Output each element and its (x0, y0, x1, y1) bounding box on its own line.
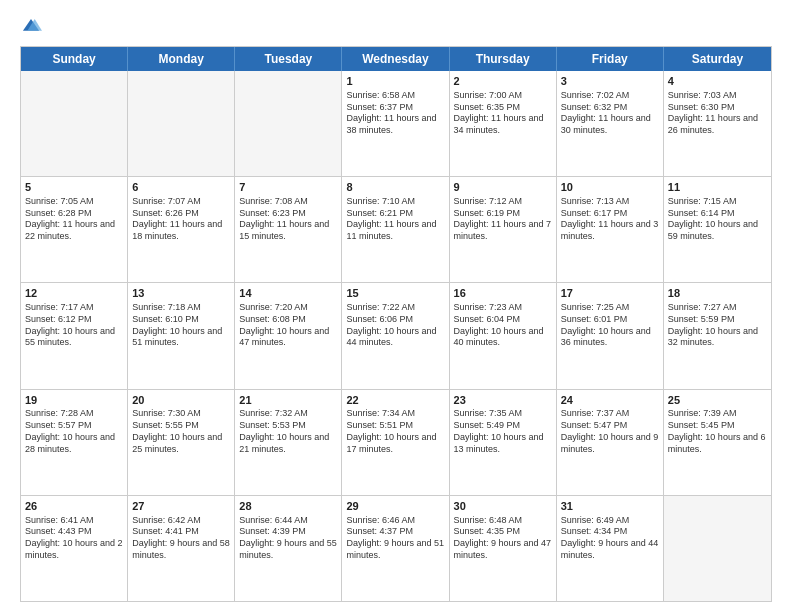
cell-info: Sunrise: 7:28 AM Sunset: 5:57 PM Dayligh… (25, 408, 123, 455)
day-number: 5 (25, 180, 123, 195)
calendar-row-2: 12Sunrise: 7:17 AM Sunset: 6:12 PM Dayli… (21, 282, 771, 388)
calendar-cell: 3Sunrise: 7:02 AM Sunset: 6:32 PM Daylig… (557, 71, 664, 176)
day-header-saturday: Saturday (664, 47, 771, 71)
calendar-cell: 18Sunrise: 7:27 AM Sunset: 5:59 PM Dayli… (664, 283, 771, 388)
calendar-cell (664, 496, 771, 601)
calendar-row-1: 5Sunrise: 7:05 AM Sunset: 6:28 PM Daylig… (21, 176, 771, 282)
calendar-cell: 25Sunrise: 7:39 AM Sunset: 5:45 PM Dayli… (664, 390, 771, 495)
calendar-cell: 5Sunrise: 7:05 AM Sunset: 6:28 PM Daylig… (21, 177, 128, 282)
day-number: 11 (668, 180, 767, 195)
calendar-cell: 23Sunrise: 7:35 AM Sunset: 5:49 PM Dayli… (450, 390, 557, 495)
day-number: 17 (561, 286, 659, 301)
calendar-cell: 8Sunrise: 7:10 AM Sunset: 6:21 PM Daylig… (342, 177, 449, 282)
page: SundayMondayTuesdayWednesdayThursdayFrid… (0, 0, 792, 612)
cell-info: Sunrise: 7:35 AM Sunset: 5:49 PM Dayligh… (454, 408, 552, 455)
day-number: 15 (346, 286, 444, 301)
calendar-cell (21, 71, 128, 176)
day-number: 26 (25, 499, 123, 514)
cell-info: Sunrise: 7:37 AM Sunset: 5:47 PM Dayligh… (561, 408, 659, 455)
cell-info: Sunrise: 7:00 AM Sunset: 6:35 PM Dayligh… (454, 90, 552, 137)
cell-info: Sunrise: 7:23 AM Sunset: 6:04 PM Dayligh… (454, 302, 552, 349)
day-number: 13 (132, 286, 230, 301)
calendar-cell: 19Sunrise: 7:28 AM Sunset: 5:57 PM Dayli… (21, 390, 128, 495)
cell-info: Sunrise: 7:05 AM Sunset: 6:28 PM Dayligh… (25, 196, 123, 243)
day-number: 22 (346, 393, 444, 408)
calendar-cell: 29Sunrise: 6:46 AM Sunset: 4:37 PM Dayli… (342, 496, 449, 601)
day-number: 20 (132, 393, 230, 408)
cell-info: Sunrise: 6:58 AM Sunset: 6:37 PM Dayligh… (346, 90, 444, 137)
cell-info: Sunrise: 6:49 AM Sunset: 4:34 PM Dayligh… (561, 515, 659, 562)
calendar-cell: 21Sunrise: 7:32 AM Sunset: 5:53 PM Dayli… (235, 390, 342, 495)
cell-info: Sunrise: 7:07 AM Sunset: 6:26 PM Dayligh… (132, 196, 230, 243)
day-number: 29 (346, 499, 444, 514)
calendar-cell: 6Sunrise: 7:07 AM Sunset: 6:26 PM Daylig… (128, 177, 235, 282)
calendar-cell: 9Sunrise: 7:12 AM Sunset: 6:19 PM Daylig… (450, 177, 557, 282)
calendar-cell: 11Sunrise: 7:15 AM Sunset: 6:14 PM Dayli… (664, 177, 771, 282)
day-number: 1 (346, 74, 444, 89)
day-number: 4 (668, 74, 767, 89)
calendar-cell: 2Sunrise: 7:00 AM Sunset: 6:35 PM Daylig… (450, 71, 557, 176)
cell-info: Sunrise: 7:20 AM Sunset: 6:08 PM Dayligh… (239, 302, 337, 349)
calendar-cell: 12Sunrise: 7:17 AM Sunset: 6:12 PM Dayli… (21, 283, 128, 388)
calendar-row-3: 19Sunrise: 7:28 AM Sunset: 5:57 PM Dayli… (21, 389, 771, 495)
cell-info: Sunrise: 7:18 AM Sunset: 6:10 PM Dayligh… (132, 302, 230, 349)
calendar: SundayMondayTuesdayWednesdayThursdayFrid… (20, 46, 772, 602)
day-number: 30 (454, 499, 552, 514)
cell-info: Sunrise: 7:25 AM Sunset: 6:01 PM Dayligh… (561, 302, 659, 349)
cell-info: Sunrise: 7:34 AM Sunset: 5:51 PM Dayligh… (346, 408, 444, 455)
calendar-cell: 22Sunrise: 7:34 AM Sunset: 5:51 PM Dayli… (342, 390, 449, 495)
day-number: 9 (454, 180, 552, 195)
day-header-thursday: Thursday (450, 47, 557, 71)
day-number: 21 (239, 393, 337, 408)
calendar-header: SundayMondayTuesdayWednesdayThursdayFrid… (21, 47, 771, 71)
day-header-monday: Monday (128, 47, 235, 71)
calendar-cell: 7Sunrise: 7:08 AM Sunset: 6:23 PM Daylig… (235, 177, 342, 282)
day-number: 12 (25, 286, 123, 301)
cell-info: Sunrise: 6:42 AM Sunset: 4:41 PM Dayligh… (132, 515, 230, 562)
cell-info: Sunrise: 7:17 AM Sunset: 6:12 PM Dayligh… (25, 302, 123, 349)
logo-icon (20, 16, 42, 38)
calendar-cell: 30Sunrise: 6:48 AM Sunset: 4:35 PM Dayli… (450, 496, 557, 601)
cell-info: Sunrise: 7:39 AM Sunset: 5:45 PM Dayligh… (668, 408, 767, 455)
cell-info: Sunrise: 6:44 AM Sunset: 4:39 PM Dayligh… (239, 515, 337, 562)
calendar-body: 1Sunrise: 6:58 AM Sunset: 6:37 PM Daylig… (21, 71, 771, 601)
calendar-cell: 17Sunrise: 7:25 AM Sunset: 6:01 PM Dayli… (557, 283, 664, 388)
day-header-sunday: Sunday (21, 47, 128, 71)
day-number: 19 (25, 393, 123, 408)
day-number: 3 (561, 74, 659, 89)
cell-info: Sunrise: 6:46 AM Sunset: 4:37 PM Dayligh… (346, 515, 444, 562)
calendar-cell: 14Sunrise: 7:20 AM Sunset: 6:08 PM Dayli… (235, 283, 342, 388)
day-number: 18 (668, 286, 767, 301)
calendar-row-0: 1Sunrise: 6:58 AM Sunset: 6:37 PM Daylig… (21, 71, 771, 176)
cell-info: Sunrise: 7:15 AM Sunset: 6:14 PM Dayligh… (668, 196, 767, 243)
calendar-cell (235, 71, 342, 176)
calendar-cell: 27Sunrise: 6:42 AM Sunset: 4:41 PM Dayli… (128, 496, 235, 601)
calendar-cell: 16Sunrise: 7:23 AM Sunset: 6:04 PM Dayli… (450, 283, 557, 388)
logo (20, 16, 46, 38)
cell-info: Sunrise: 7:12 AM Sunset: 6:19 PM Dayligh… (454, 196, 552, 243)
cell-info: Sunrise: 7:08 AM Sunset: 6:23 PM Dayligh… (239, 196, 337, 243)
calendar-cell (128, 71, 235, 176)
cell-info: Sunrise: 7:30 AM Sunset: 5:55 PM Dayligh… (132, 408, 230, 455)
day-number: 16 (454, 286, 552, 301)
calendar-cell: 15Sunrise: 7:22 AM Sunset: 6:06 PM Dayli… (342, 283, 449, 388)
cell-info: Sunrise: 7:27 AM Sunset: 5:59 PM Dayligh… (668, 302, 767, 349)
calendar-cell: 13Sunrise: 7:18 AM Sunset: 6:10 PM Dayli… (128, 283, 235, 388)
day-header-wednesday: Wednesday (342, 47, 449, 71)
calendar-cell: 20Sunrise: 7:30 AM Sunset: 5:55 PM Dayli… (128, 390, 235, 495)
day-number: 28 (239, 499, 337, 514)
calendar-cell: 24Sunrise: 7:37 AM Sunset: 5:47 PM Dayli… (557, 390, 664, 495)
cell-info: Sunrise: 6:41 AM Sunset: 4:43 PM Dayligh… (25, 515, 123, 562)
day-number: 7 (239, 180, 337, 195)
cell-info: Sunrise: 6:48 AM Sunset: 4:35 PM Dayligh… (454, 515, 552, 562)
cell-info: Sunrise: 7:02 AM Sunset: 6:32 PM Dayligh… (561, 90, 659, 137)
calendar-cell: 1Sunrise: 6:58 AM Sunset: 6:37 PM Daylig… (342, 71, 449, 176)
cell-info: Sunrise: 7:03 AM Sunset: 6:30 PM Dayligh… (668, 90, 767, 137)
day-number: 6 (132, 180, 230, 195)
day-number: 2 (454, 74, 552, 89)
day-header-friday: Friday (557, 47, 664, 71)
day-number: 10 (561, 180, 659, 195)
day-number: 14 (239, 286, 337, 301)
day-number: 24 (561, 393, 659, 408)
calendar-cell: 31Sunrise: 6:49 AM Sunset: 4:34 PM Dayli… (557, 496, 664, 601)
